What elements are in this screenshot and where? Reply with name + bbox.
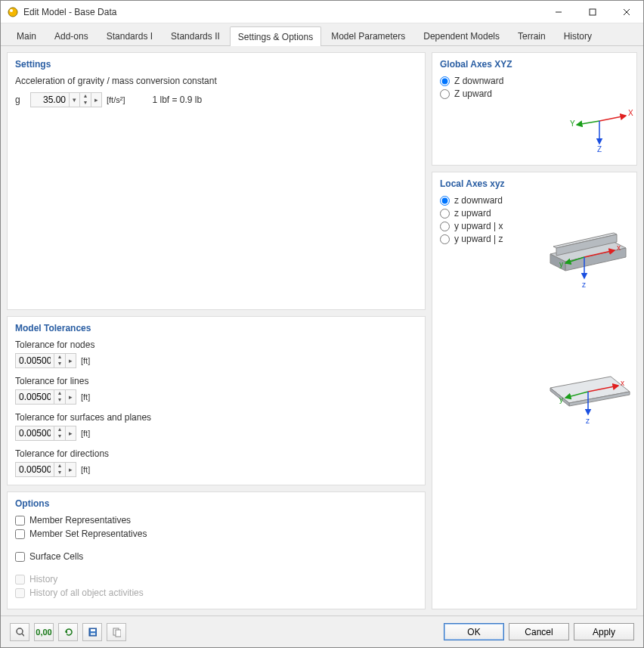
footer: 0,00 OK Cancel Apply <box>1 615 643 647</box>
play-icon[interactable]: ▸ <box>65 426 76 440</box>
local-z-up-row[interactable]: z upward <box>440 208 629 219</box>
units-button[interactable]: 0,00 <box>34 623 54 641</box>
svg-line-30 <box>22 634 24 637</box>
app-icon <box>7 6 19 18</box>
cancel-button[interactable]: Cancel <box>509 623 569 640</box>
z-upward-radio-row[interactable]: Z upward <box>440 88 629 99</box>
tol-surfaces-spin[interactable]: ▴▾ ▸ <box>15 426 76 441</box>
svg-rect-33 <box>91 629 95 631</box>
tol-surfaces-unit: [ft] <box>81 429 90 438</box>
step-down-icon[interactable]: ▾ <box>54 470 65 476</box>
ok-button[interactable]: OK <box>444 623 504 640</box>
play-icon[interactable]: ▸ <box>65 354 76 367</box>
tol-nodes-spin[interactable]: ▴▾ ▸ <box>15 353 76 368</box>
tab-add-ons[interactable]: Add-ons <box>46 26 97 45</box>
svg-point-1 <box>10 9 13 12</box>
g-step-down-icon[interactable]: ▾ <box>80 100 91 107</box>
tol-lines-input[interactable] <box>16 390 54 404</box>
g-input[interactable] <box>31 93 69 107</box>
tab-dependent-models[interactable]: Dependent Models <box>415 26 508 45</box>
window-title: Edit Model - Base Data <box>23 7 541 17</box>
tab-settings-options[interactable]: Settings & Options <box>230 26 321 46</box>
g-dropdown-icon[interactable]: ▾ <box>69 93 79 107</box>
z-upward-label: Z upward <box>454 88 492 99</box>
step-down-icon[interactable]: ▾ <box>54 361 65 367</box>
search-db-button[interactable] <box>10 623 29 641</box>
axis-z-label: Z <box>597 145 602 153</box>
global-axes-title: Global Axes XYZ <box>440 59 629 70</box>
apply-button[interactable]: Apply <box>574 623 634 640</box>
titlebar: Edit Model - Base Data <box>1 1 643 23</box>
axis-y-label: Y <box>570 119 575 128</box>
tol-surfaces-input[interactable] <box>16 426 54 440</box>
z-downward-radio[interactable] <box>440 76 450 86</box>
local-y-up-x-radio[interactable] <box>440 222 450 231</box>
surface-cells-checkbox[interactable] <box>15 552 25 562</box>
tol-directions-unit: [ft] <box>81 465 90 474</box>
svg-point-29 <box>17 628 23 634</box>
svg-text:y: y <box>559 395 563 404</box>
options-title: Options <box>15 498 417 509</box>
tab-history[interactable]: History <box>556 26 600 45</box>
copy-icon <box>112 627 121 637</box>
tol-lines-spin[interactable]: ▴▾ ▸ <box>15 389 76 405</box>
g-spin[interactable]: ▾ ▴ ▾ ▸ <box>30 92 102 107</box>
svg-line-7 <box>577 121 599 125</box>
tab-model-parameters[interactable]: Model Parameters <box>323 26 413 45</box>
tab-standards-ii[interactable]: Standards II <box>163 26 228 45</box>
member-rep-checkbox[interactable] <box>15 516 25 526</box>
surface-cells-label: Surface Cells <box>29 551 83 562</box>
global-axes-diagram: X Y Z <box>565 102 633 155</box>
svg-text:x: x <box>617 243 621 252</box>
refresh-button[interactable] <box>58 623 78 641</box>
settings-title: Settings <box>15 59 417 70</box>
tab-main[interactable]: Main <box>8 26 45 45</box>
play-icon[interactable]: ▸ <box>65 463 76 476</box>
local-z-down-radio[interactable] <box>440 196 450 206</box>
history-label: History <box>29 574 57 584</box>
surface-cells-check[interactable]: Surface Cells <box>15 551 417 562</box>
local-z-up-label: z upward <box>454 208 491 219</box>
local-y-up-z-radio[interactable] <box>440 234 450 244</box>
step-down-icon[interactable]: ▾ <box>54 433 65 440</box>
z-upward-radio[interactable] <box>440 89 450 99</box>
local-z-up-radio[interactable] <box>440 209 450 219</box>
save-button[interactable] <box>82 623 102 641</box>
tol-directions-input[interactable] <box>16 463 54 476</box>
tol-directions-spin[interactable]: ▴▾ ▸ <box>15 462 76 477</box>
member-rep-label: Member Representatives <box>29 515 131 526</box>
play-icon[interactable]: ▸ <box>65 390 76 404</box>
g-unit: [ft/s²] <box>107 95 125 104</box>
units-icon: 0,00 <box>36 628 51 637</box>
tol-lines-label: Tolerance for lines <box>15 376 417 386</box>
tab-standards-i[interactable]: Standards I <box>98 26 161 45</box>
tol-nodes-input[interactable] <box>16 354 54 367</box>
accel-label: Acceleration of gravity / mass conversio… <box>15 76 417 86</box>
close-button[interactable] <box>609 1 643 23</box>
local-y-up-x-label: y upward | x <box>454 221 503 231</box>
local-y-up-z-label: y upward | z <box>454 234 503 244</box>
local-axes-title: Local Axes xyz <box>440 178 629 189</box>
z-downward-label: Z downward <box>454 76 503 86</box>
maximize-button[interactable] <box>575 1 609 23</box>
member-set-rep-check[interactable]: Member Set Representatives <box>15 529 417 539</box>
content-area: Settings Acceleration of gravity / mass … <box>1 46 643 615</box>
step-down-icon[interactable]: ▾ <box>54 397 65 404</box>
member-set-rep-checkbox[interactable] <box>15 529 25 539</box>
beam-diagram: x y z <box>543 225 633 293</box>
member-rep-check[interactable]: Member Representatives <box>15 515 417 526</box>
svg-text:z: z <box>582 281 586 289</box>
plane-diagram: x y z <box>535 361 633 429</box>
global-axes-panel: Global Axes XYZ Z downward Z upward X Y … <box>432 52 637 166</box>
z-downward-radio-row[interactable]: Z downward <box>440 76 629 86</box>
svg-rect-36 <box>116 630 121 637</box>
lbf-note: 1 lbf = 0.9 lb <box>152 95 202 105</box>
minimize-button[interactable] <box>541 1 575 23</box>
copy-button[interactable] <box>107 623 126 641</box>
local-z-down-row[interactable]: z downward <box>440 195 629 206</box>
local-z-down-label: z downward <box>454 195 503 206</box>
g-play-icon[interactable]: ▸ <box>91 93 101 107</box>
svg-rect-34 <box>91 633 95 635</box>
tab-terrain[interactable]: Terrain <box>509 26 554 45</box>
tab-bar: Main Add-ons Standards I Standards II Se… <box>1 23 643 46</box>
